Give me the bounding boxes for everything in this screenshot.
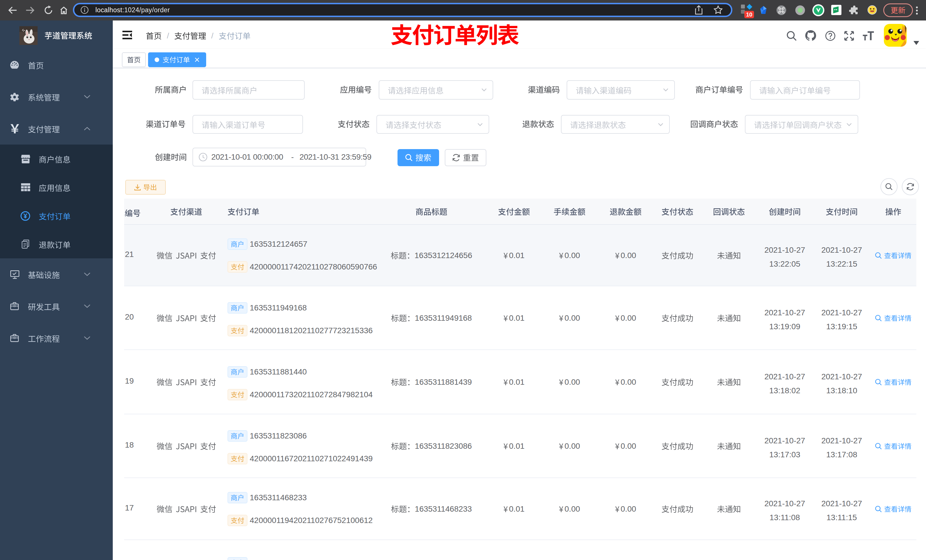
svg-text:10: 10 — [746, 11, 752, 18]
